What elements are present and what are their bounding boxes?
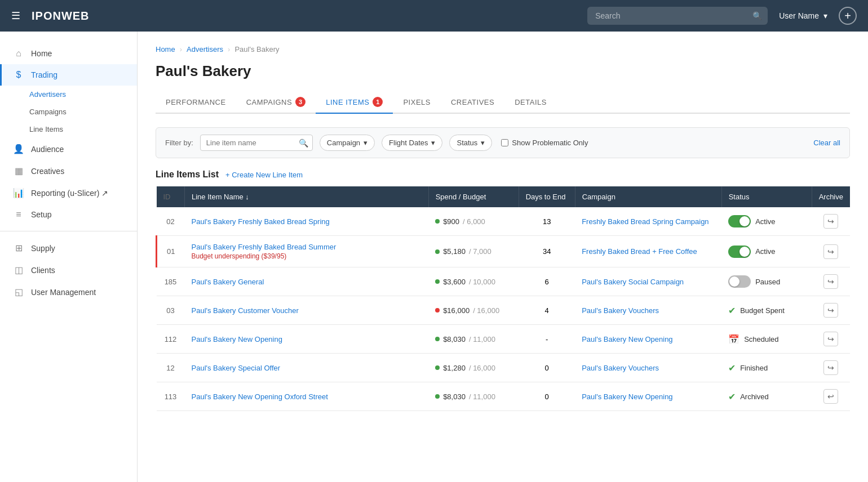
campaign-filter-btn[interactable]: Campaign ▾ (320, 135, 375, 151)
tabs: Performance Campaigns 3 Line Items 1 Pix… (156, 91, 850, 114)
cell-name: Paul's Bakery General (185, 267, 429, 296)
archive-button[interactable]: ↪ (823, 360, 838, 375)
spend-amount: $900 (443, 217, 459, 226)
archive-button[interactable]: ↩ (823, 389, 838, 404)
archive-button[interactable]: ↪ (823, 303, 838, 318)
sidebar-item-supply[interactable]: ⊞ Supply (0, 237, 137, 259)
table-row: 112Paul's Bakery New Opening$8,030 / 11,… (157, 325, 851, 354)
sidebar-item-audience[interactable]: 👤 Audience (0, 138, 137, 160)
sidebar-item-creatives[interactable]: ▦ Creatives (0, 160, 137, 182)
spend-amount: $5,180 (443, 247, 466, 256)
campaign-link[interactable]: Freshly Baked Bread + Free Coffee (582, 247, 697, 256)
status-label: Budget Spent (740, 306, 785, 315)
spend-indicator-dot (435, 365, 440, 370)
archive-button[interactable]: ↪ (823, 214, 838, 229)
sidebar-item-user-management[interactable]: ◱ User Management (0, 281, 137, 303)
col-header-status[interactable]: Status (721, 186, 812, 207)
tab-pixels[interactable]: Pixels (393, 91, 441, 114)
cell-status: ✔Budget Spent (721, 296, 812, 325)
sidebar-item-line-items[interactable]: Line Items (29, 120, 137, 138)
sidebar-item-campaigns[interactable]: Campaigns (29, 103, 137, 120)
sidebar-item-home[interactable]: ⌂ Home (0, 43, 137, 64)
table-row: 12Paul's Bakery Special Offer$1,280 / 16… (157, 354, 851, 382)
col-header-campaign[interactable]: Campaign (575, 186, 721, 207)
campaign-link[interactable]: Paul's Bakery Vouchers (582, 306, 659, 315)
sidebar-item-trading[interactable]: $ Trading (0, 64, 137, 86)
line-item-name-filter: 🔍 (200, 135, 313, 151)
cell-archive: ↪ (812, 296, 850, 325)
spend-amount: $3,600 (443, 278, 466, 286)
table-row: 185Paul's Bakery General$3,600 / 10,0006… (157, 267, 851, 296)
user-menu[interactable]: User Name ▾ (779, 11, 827, 20)
sidebar-item-setup[interactable]: ≡ Setup (0, 204, 137, 225)
tab-line-items[interactable]: Line Items 1 (316, 91, 393, 114)
line-item-name-link[interactable]: Paul's Bakery New Opening Oxford Street (192, 392, 328, 401)
cell-campaign: Paul's Bakery Vouchers (575, 296, 721, 325)
campaign-link[interactable]: Paul's Bakery Vouchers (582, 364, 659, 372)
add-button[interactable]: + (839, 7, 857, 25)
table-row: 02Paul's Bakery Freshly Baked Bread Spri… (157, 207, 851, 236)
cell-name: Paul's Bakery Customer Voucher (185, 296, 429, 325)
sidebar-item-reporting[interactable]: 📊 Reporting (u-Slicer) ↗ (0, 182, 137, 204)
campaign-link[interactable]: Freshly Baked Bread Spring Campaign (582, 217, 708, 226)
search-icon[interactable]: 🔍 (752, 11, 762, 20)
create-line-item-link[interactable]: + Create New Line Item (225, 171, 303, 179)
cell-status: Paused (721, 267, 812, 296)
cell-id: 12 (157, 354, 185, 382)
clear-all-button[interactable]: Clear all (813, 139, 840, 147)
setup-icon: ≡ (13, 209, 24, 220)
tab-performance[interactable]: Performance (156, 91, 236, 114)
campaign-link[interactable]: Paul's Bakery Social Campaign (582, 278, 684, 286)
campaign-link[interactable]: Paul's Bakery New Opening (582, 335, 672, 343)
show-problematic-filter[interactable]: Show Problematic Only (501, 139, 588, 147)
sidebar-divider (0, 231, 137, 231)
sidebar-item-advertisers[interactable]: Advertisers (29, 86, 137, 103)
cell-status: Active (721, 236, 812, 267)
tab-campaigns[interactable]: Campaigns 3 (236, 91, 316, 114)
cell-archive: ↪ (812, 354, 850, 382)
status-filter-btn[interactable]: Status ▾ (449, 135, 492, 151)
spend-indicator-dot (435, 337, 440, 341)
status-toggle[interactable] (728, 246, 751, 258)
chevron-down-icon: ▾ (481, 139, 485, 147)
line-items-badge: 1 (373, 97, 383, 107)
top-navigation: ☰ IPONWEB 🔍 User Name ▾ + (0, 0, 868, 32)
cell-days-to-end: 4 (519, 296, 575, 325)
status-toggle[interactable] (728, 215, 751, 227)
col-header-archive[interactable]: Archive (812, 186, 850, 207)
hamburger-icon[interactable]: ☰ (11, 10, 20, 22)
search-input[interactable] (587, 7, 768, 25)
warning-text: Budget underspending ($39/95) (192, 252, 422, 260)
spend-indicator-dot (435, 279, 440, 284)
line-item-name-link[interactable]: Paul's Bakery Special Offer (192, 364, 281, 372)
sidebar-item-clients[interactable]: ◫ Clients (0, 259, 137, 281)
campaign-link[interactable]: Paul's Bakery New Opening (582, 392, 672, 401)
cell-id: 03 (157, 296, 185, 325)
show-problematic-checkbox[interactable] (501, 139, 508, 146)
line-item-name-link[interactable]: Paul's Bakery Freshly Baked Bread Summer (192, 243, 336, 251)
col-header-name[interactable]: Line Item Name ↓ (185, 186, 429, 207)
line-item-name-link[interactable]: Paul's Bakery General (192, 278, 264, 286)
cell-spend: $3,600 / 10,000 (428, 267, 519, 296)
archive-button[interactable]: ↪ (823, 332, 838, 346)
col-header-id[interactable]: ID (157, 186, 185, 207)
flight-dates-filter-btn[interactable]: Flight Dates ▾ (382, 135, 442, 151)
line-item-name-link[interactable]: Paul's Bakery Freshly Baked Bread Spring (192, 217, 330, 226)
archive-button[interactable]: ↪ (823, 244, 838, 259)
tab-details[interactable]: Details (504, 91, 557, 114)
cell-archive: ↪ (812, 236, 850, 267)
archive-button[interactable]: ↪ (823, 274, 838, 289)
line-item-name-link[interactable]: Paul's Bakery Customer Voucher (192, 306, 299, 315)
status-toggle[interactable] (728, 275, 751, 288)
cell-name: Paul's Bakery Freshly Baked Bread Summer… (185, 236, 429, 267)
col-header-days[interactable]: Days to End (519, 186, 575, 207)
table-header-row: ID Line Item Name ↓ Spend / Budget Days … (157, 186, 851, 207)
line-item-name-link[interactable]: Paul's Bakery New Opening (192, 335, 282, 343)
col-header-spend[interactable]: Spend / Budget (428, 186, 519, 207)
breadcrumb-home[interactable]: Home (156, 45, 175, 53)
line-item-search-input[interactable] (200, 135, 313, 151)
tab-creatives[interactable]: Creatives (441, 91, 504, 114)
main-content: Home › Advertisers › Paul's Bakery Paul'… (138, 32, 868, 482)
supply-icon: ⊞ (13, 243, 24, 253)
breadcrumb-advertisers[interactable]: Advertisers (187, 45, 223, 53)
